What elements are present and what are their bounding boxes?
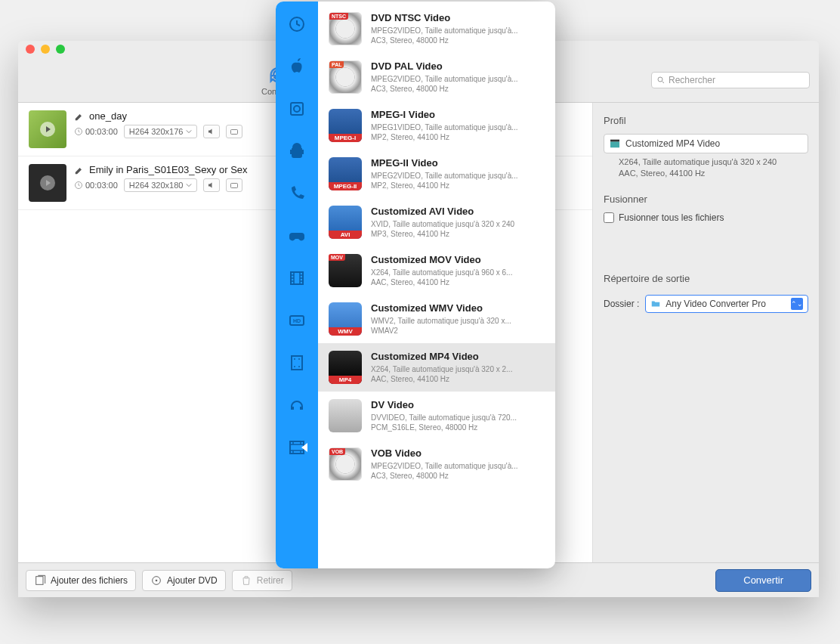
format-option-mpeg1[interactable]: MPEG-IMPEG-I VideoMPEG1VIDEO, Taille aut… bbox=[318, 101, 555, 150]
search-icon bbox=[656, 76, 666, 85]
category-strip: HD bbox=[276, 2, 318, 568]
svg-text:HD: HD bbox=[293, 318, 301, 324]
svg-rect-16 bbox=[291, 103, 303, 115]
video-thumbnail bbox=[29, 164, 66, 202]
svg-rect-10 bbox=[610, 141, 619, 147]
merge-all-checkbox[interactable]: Fusionner tous les fichiers bbox=[604, 212, 808, 223]
chevron-updown-icon: ⌃⌄ bbox=[791, 298, 803, 310]
format-desc: DVVIDEO, Taille automatique jusqu'à 720.… bbox=[371, 413, 545, 423]
category-video-active[interactable] bbox=[286, 437, 307, 458]
convert-button[interactable]: Convertir bbox=[715, 569, 811, 592]
search-input[interactable]: Rechercher bbox=[651, 72, 810, 88]
play-icon bbox=[39, 174, 57, 192]
svg-line-1 bbox=[662, 81, 665, 83]
format-icon: MP4 bbox=[329, 351, 362, 384]
format-option-mp4[interactable]: MP4Customized MP4 VideoX264, Taille auto… bbox=[318, 343, 555, 392]
format-desc: MP2, Stereo, 44100 Hz bbox=[371, 132, 545, 142]
format-option-ntsc[interactable]: NTSCDVD NTSC VideoMPEG2VIDEO, Taille aut… bbox=[318, 5, 555, 53]
format-option-mov[interactable]: MOVCustomized MOV VideoX264, Taille auto… bbox=[318, 246, 555, 295]
format-option-dv[interactable]: DV VideoDVVIDEO, Taille automatique jusq… bbox=[318, 392, 555, 440]
chevron-down-icon bbox=[186, 128, 192, 135]
format-select[interactable]: H264 320x176 bbox=[124, 125, 198, 138]
format-option-vob[interactable]: VOBVOB VideoMPEG2VIDEO, Taille automatiq… bbox=[318, 440, 555, 488]
file-title-text: one_day bbox=[89, 110, 127, 122]
format-list[interactable]: NTSCDVD NTSC VideoMPEG2VIDEO, Taille aut… bbox=[318, 2, 555, 568]
category-recent[interactable] bbox=[286, 14, 307, 35]
format-desc: XVID, Taille automatique jusqu'à 320 x 2… bbox=[371, 219, 545, 229]
format-desc: MPEG2VIDEO, Taille automatique jusqu'à..… bbox=[371, 461, 545, 471]
pencil-icon[interactable] bbox=[74, 165, 85, 175]
clock-icon bbox=[74, 181, 83, 190]
format-popover: HD NTSCDVD NTSC VideoMPEG2VIDEO, Taille … bbox=[276, 2, 555, 568]
category-hd[interactable]: HD bbox=[286, 310, 307, 331]
format-icon: AVI bbox=[329, 206, 362, 239]
format-icon bbox=[329, 399, 362, 432]
svg-rect-26 bbox=[290, 441, 304, 454]
category-filmstrip[interactable] bbox=[286, 352, 307, 373]
format-title: DVD NTSC Video bbox=[371, 12, 545, 23]
profile-desc: X264, Taille automatique jusqu'à 320 x 2… bbox=[604, 153, 808, 180]
folder-label: Dossier : bbox=[604, 299, 639, 309]
close-window-button[interactable] bbox=[26, 45, 35, 54]
pencil-icon[interactable] bbox=[74, 111, 85, 122]
format-desc: MPEG1VIDEO, Taille automatique jusqu'à..… bbox=[371, 122, 545, 132]
format-desc: MPEG2VIDEO, Taille automatique jusqu'à..… bbox=[371, 171, 545, 181]
format-icon: WMV bbox=[329, 302, 362, 336]
audio-button[interactable] bbox=[203, 178, 220, 192]
format-select[interactable]: H264 320x180 bbox=[124, 178, 198, 192]
merge-section-title: Fusionner bbox=[604, 194, 808, 205]
subtitle-icon bbox=[230, 127, 239, 136]
merge-checkbox-input[interactable] bbox=[604, 212, 614, 223]
svg-point-22 bbox=[294, 358, 295, 360]
format-desc: WMAV2 bbox=[371, 326, 545, 336]
format-title: Customized MOV Video bbox=[371, 254, 545, 265]
format-icon: MPEG-I bbox=[329, 109, 362, 142]
format-desc: AC3, Stereo, 48000 Hz bbox=[371, 471, 545, 481]
category-disc[interactable] bbox=[286, 98, 307, 119]
profile-chip[interactable]: Customized MP4 Video bbox=[604, 134, 808, 153]
format-option-mpeg2[interactable]: MPEG-IIMPEG-II VideoMPEG2VIDEO, Taille a… bbox=[318, 150, 555, 198]
format-option-avi[interactable]: AVICustomized AVI VideoXVID, Taille auto… bbox=[318, 198, 555, 246]
format-icon: MOV bbox=[329, 254, 362, 287]
subtitle-button[interactable] bbox=[226, 178, 242, 192]
svg-point-0 bbox=[658, 77, 662, 82]
duration: 00:03:00 bbox=[74, 127, 118, 136]
add-files-button[interactable]: Ajouter des fichiers bbox=[26, 570, 136, 591]
format-title: MPEG-I Video bbox=[371, 109, 545, 120]
speaker-icon bbox=[207, 181, 216, 190]
format-title: Customized AVI Video bbox=[371, 206, 545, 217]
svg-rect-11 bbox=[610, 140, 619, 142]
minimize-window-button[interactable] bbox=[41, 45, 50, 54]
profile-section-title: Profil bbox=[604, 115, 808, 126]
svg-point-25 bbox=[298, 366, 300, 367]
category-phone[interactable] bbox=[286, 183, 307, 204]
format-desc: MPEG2VIDEO, Taille automatique jusqu'à..… bbox=[371, 74, 545, 84]
zoom-window-button[interactable] bbox=[56, 45, 65, 54]
format-desc: AC3, Stereo, 48000 Hz bbox=[371, 36, 545, 45]
category-game[interactable] bbox=[286, 225, 307, 246]
category-audio[interactable] bbox=[286, 395, 307, 416]
format-icon: NTSC bbox=[329, 12, 362, 45]
svg-rect-12 bbox=[36, 576, 43, 584]
category-apple[interactable] bbox=[286, 56, 307, 77]
duration: 00:03:00 bbox=[74, 181, 118, 190]
svg-rect-9 bbox=[231, 184, 238, 188]
category-film[interactable] bbox=[286, 268, 307, 289]
remove-button[interactable]: Retirer bbox=[232, 570, 292, 591]
subtitle-button[interactable] bbox=[226, 125, 242, 138]
svg-rect-21 bbox=[292, 356, 302, 370]
svg-point-23 bbox=[298, 358, 300, 360]
svg-point-14 bbox=[156, 579, 158, 581]
svg-point-24 bbox=[294, 366, 295, 367]
audio-button[interactable] bbox=[203, 125, 220, 138]
format-desc: MP3, Stereo, 44100 Hz bbox=[371, 229, 545, 239]
folder-icon bbox=[650, 299, 661, 309]
format-title: DV Video bbox=[371, 399, 545, 410]
add-dvd-button[interactable]: Ajouter DVD bbox=[142, 570, 226, 591]
format-icon: VOB bbox=[329, 447, 362, 481]
speaker-icon bbox=[207, 127, 216, 136]
category-android[interactable] bbox=[286, 141, 307, 162]
format-option-wmv[interactable]: WMVCustomized WMV VideoWMV2, Taille auto… bbox=[318, 295, 555, 343]
folder-select[interactable]: Any Video Converter Pro ⌃⌄ bbox=[645, 295, 808, 313]
format-option-pal[interactable]: PALDVD PAL VideoMPEG2VIDEO, Taille autom… bbox=[318, 53, 555, 101]
